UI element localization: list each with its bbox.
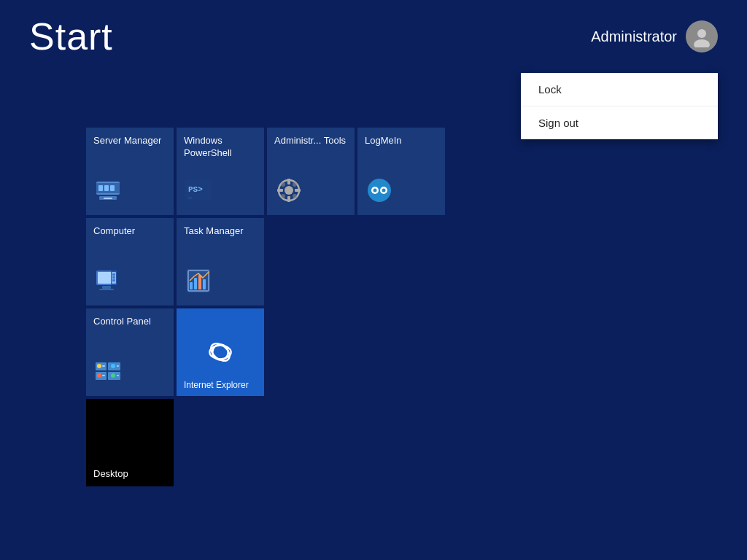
tile-control-panel[interactable]: Control Panel — [86, 308, 174, 396]
server-manager-icon — [93, 173, 166, 208]
svg-rect-18 — [295, 189, 301, 192]
avatar — [686, 20, 718, 52]
tile-logmein-label: LogMeIn — [365, 135, 438, 147]
svg-rect-15 — [287, 179, 290, 184]
lock-button[interactable]: Lock — [521, 73, 718, 106]
svg-rect-51 — [102, 365, 105, 367]
svg-point-26 — [374, 189, 377, 192]
tile-server-manager-label: Server Manager — [93, 135, 166, 147]
svg-rect-31 — [99, 289, 114, 290]
svg-text:_: _ — [187, 192, 192, 199]
tiles-container: Server Manager Windows PowerShell — [86, 128, 445, 489]
svg-rect-52 — [117, 365, 119, 367]
svg-rect-4 — [98, 185, 103, 191]
svg-point-27 — [382, 189, 386, 192]
svg-point-22 — [293, 194, 297, 198]
svg-point-21 — [281, 194, 285, 198]
tile-row-1: Server Manager Windows PowerShell — [86, 128, 445, 215]
svg-point-47 — [97, 364, 101, 368]
header: Start Administrator — [0, 0, 747, 73]
tile-task-manager[interactable]: Task Manager — [177, 218, 264, 306]
svg-rect-30 — [102, 286, 111, 289]
svg-rect-6 — [110, 185, 115, 191]
svg-point-0 — [697, 29, 706, 38]
tile-internet-explorer[interactable]: Internet Explorer — [177, 308, 264, 396]
user-menu-button[interactable]: Administrator — [591, 20, 718, 52]
tile-computer-label: Computer — [93, 225, 166, 238]
tile-task-manager-label: Task Manager — [184, 225, 257, 238]
svg-rect-17 — [277, 189, 283, 192]
svg-point-56 — [212, 344, 228, 359]
control-panel-icon — [93, 354, 166, 389]
admin-tools-icon — [274, 173, 347, 208]
tile-desktop[interactable]: Desktop — [86, 399, 174, 486]
svg-rect-35 — [112, 276, 115, 279]
svg-point-20 — [293, 182, 297, 187]
svg-point-48 — [111, 364, 115, 368]
svg-rect-54 — [117, 375, 119, 376]
sign-out-button[interactable]: Sign out — [521, 106, 718, 139]
svg-point-19 — [281, 182, 285, 187]
svg-point-1 — [694, 39, 710, 47]
svg-rect-16 — [287, 196, 290, 202]
svg-point-14 — [285, 186, 293, 195]
computer-icon — [93, 263, 166, 298]
tile-ie-bottom-label: Internet Explorer — [184, 380, 249, 390]
svg-rect-5 — [104, 185, 109, 191]
svg-rect-42 — [203, 279, 206, 289]
tile-row-4: Desktop — [86, 399, 445, 486]
logmein-icon — [365, 173, 438, 208]
task-manager-icon — [184, 263, 257, 298]
tile-computer[interactable]: Computer — [86, 218, 174, 306]
svg-point-23 — [368, 179, 391, 202]
tile-powershell-label: Windows PowerShell — [184, 135, 257, 160]
tile-logmein[interactable]: LogMeIn — [357, 128, 445, 215]
svg-rect-41 — [198, 275, 201, 289]
tile-server-manager[interactable]: Server Manager — [86, 128, 174, 215]
start-title: Start — [29, 15, 113, 58]
svg-rect-34 — [112, 273, 115, 276]
tile-admin-tools-label: Administr... Tools — [274, 135, 347, 147]
tile-windows-powershell[interactable]: Windows PowerShell PS> _ — [177, 128, 264, 215]
svg-rect-36 — [112, 279, 115, 281]
tile-row-2: Computer Task Manager — [86, 218, 445, 306]
svg-rect-40 — [194, 278, 197, 289]
user-avatar-icon — [691, 26, 713, 47]
svg-rect-8 — [104, 198, 112, 199]
user-name: Administrator — [591, 28, 677, 45]
tile-admin-tools[interactable]: Administr... Tools — [267, 128, 355, 215]
powershell-icon: PS> _ — [184, 173, 257, 208]
svg-point-57 — [208, 340, 233, 364]
svg-rect-39 — [190, 282, 193, 289]
svg-point-50 — [111, 373, 115, 378]
tile-control-panel-label: Control Panel — [93, 316, 166, 328]
svg-rect-53 — [102, 375, 105, 376]
ie-icon — [184, 316, 257, 389]
svg-point-49 — [97, 373, 101, 378]
tile-row-3: Control Panel — [86, 308, 445, 396]
tile-desktop-label: Desktop — [93, 468, 128, 481]
user-dropdown: Lock Sign out — [521, 73, 718, 139]
